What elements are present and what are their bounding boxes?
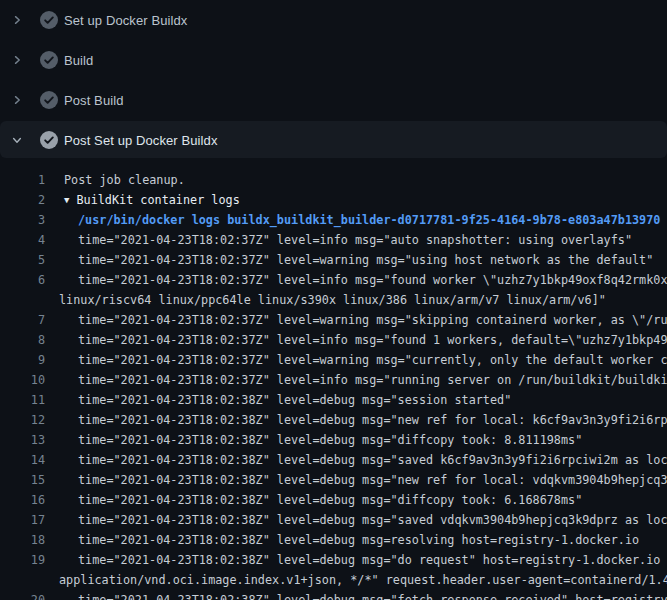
- log-text: application/vnd.oci.image.index.v1+json,…: [45, 570, 667, 590]
- log-text: time="2021-04-23T18:02:37Z" level=info m…: [45, 330, 667, 350]
- log-line: 20time="2021-04-23T18:02:38Z" level=debu…: [0, 590, 667, 600]
- log-line-wrap: application/vnd.oci.image.index.v1+json,…: [0, 570, 667, 590]
- log-line: 9time="2021-04-23T18:02:37Z" level=warni…: [0, 350, 667, 370]
- log-line-number: [0, 290, 45, 310]
- step-build[interactable]: Build: [0, 40, 667, 80]
- log-line: 12time="2021-04-23T18:02:38Z" level=debu…: [0, 410, 667, 430]
- chevron-right-icon: [10, 93, 24, 107]
- log-line-number: [0, 570, 45, 590]
- log-line: 2▼BuildKit container logs: [0, 190, 667, 210]
- log-line-number[interactable]: 19: [0, 550, 45, 570]
- log-line: 4time="2021-04-23T18:02:37Z" level=info …: [0, 230, 667, 250]
- log-text: time="2021-04-23T18:02:38Z" level=debug …: [45, 550, 667, 570]
- log-line: 5time="2021-04-23T18:02:37Z" level=warni…: [0, 250, 667, 270]
- log-line-number[interactable]: 11: [0, 390, 45, 410]
- log-line: 8time="2021-04-23T18:02:37Z" level=info …: [0, 330, 667, 350]
- log-text: Post job cleanup.: [45, 170, 185, 190]
- log-text: time="2021-04-23T18:02:37Z" level=warnin…: [45, 350, 667, 370]
- log-line-number[interactable]: 9: [0, 350, 45, 370]
- step-title: Build: [64, 53, 93, 68]
- log-line: 11time="2021-04-23T18:02:38Z" level=debu…: [0, 390, 667, 410]
- log-text: time="2021-04-23T18:02:37Z" level=info m…: [45, 230, 632, 250]
- log-text: time="2021-04-23T18:02:38Z" level=debug …: [45, 410, 667, 430]
- check-circle-icon: [40, 131, 58, 149]
- log-line: 19time="2021-04-23T18:02:38Z" level=debu…: [0, 550, 667, 570]
- log-line: 18time="2021-04-23T18:02:38Z" level=debu…: [0, 530, 667, 550]
- log-line: 1Post job cleanup.: [0, 170, 667, 190]
- log-line: 13time="2021-04-23T18:02:38Z" level=debu…: [0, 430, 667, 450]
- log-text: time="2021-04-23T18:02:37Z" level=warnin…: [45, 250, 653, 270]
- log-text: time="2021-04-23T18:02:37Z" level=warnin…: [45, 310, 667, 330]
- check-circle-icon: [40, 11, 58, 29]
- log-text: time="2021-04-23T18:02:38Z" level=debug …: [45, 470, 667, 490]
- log-text: time="2021-04-23T18:02:38Z" level=debug …: [45, 510, 667, 530]
- log-text: time="2021-04-23T18:02:38Z" level=debug …: [45, 530, 639, 550]
- log-group-label: BuildKit container logs: [76, 193, 239, 207]
- log-text: time="2021-04-23T18:02:38Z" level=debug …: [45, 450, 667, 470]
- step-post-build[interactable]: Post Build: [0, 80, 667, 120]
- log-line-number[interactable]: 20: [0, 590, 45, 600]
- log-line-number[interactable]: 2: [0, 190, 45, 210]
- log-text: time="2021-04-23T18:02:37Z" level=info m…: [45, 270, 667, 290]
- log-text: linux/riscv64 linux/ppc64le linux/s390x …: [45, 290, 606, 310]
- log-group-toggle[interactable]: ▼BuildKit container logs: [45, 190, 240, 210]
- log-line-number[interactable]: 8: [0, 330, 45, 350]
- log-line-number[interactable]: 3: [0, 210, 45, 230]
- check-circle-icon: [40, 91, 58, 109]
- collapse-triangle-icon: ▼: [64, 190, 76, 210]
- log-line: 3/usr/bin/docker logs buildx_buildkit_bu…: [0, 210, 667, 230]
- log-line-number[interactable]: 1: [0, 170, 45, 190]
- chevron-right-icon: [10, 13, 24, 27]
- log-line-number[interactable]: 14: [0, 450, 45, 470]
- log-line: 15time="2021-04-23T18:02:38Z" level=debu…: [0, 470, 667, 490]
- log-line-number[interactable]: 18: [0, 530, 45, 550]
- steps-list: Set up Docker Buildx Build Post Build Po…: [0, 0, 667, 160]
- log-line: 10time="2021-04-23T18:02:37Z" level=info…: [0, 370, 667, 390]
- log-line-number[interactable]: 15: [0, 470, 45, 490]
- log-viewer: 1Post job cleanup.2▼BuildKit container l…: [0, 160, 667, 600]
- log-line-number[interactable]: 5: [0, 250, 45, 270]
- log-command-text: /usr/bin/docker logs buildx_buildkit_bui…: [45, 210, 660, 230]
- log-line-number[interactable]: 6: [0, 270, 45, 290]
- step-title: Post Build: [64, 93, 124, 108]
- log-line-number[interactable]: 4: [0, 230, 45, 250]
- check-circle-icon: [40, 51, 58, 69]
- chevron-right-icon: [10, 53, 24, 67]
- log-line-number[interactable]: 17: [0, 510, 45, 530]
- log-line-number[interactable]: 13: [0, 430, 45, 450]
- log-line: 16time="2021-04-23T18:02:38Z" level=debu…: [0, 490, 667, 510]
- log-line-number[interactable]: 7: [0, 310, 45, 330]
- log-line: 7time="2021-04-23T18:02:37Z" level=warni…: [0, 310, 667, 330]
- log-text: time="2021-04-23T18:02:38Z" level=debug …: [45, 490, 582, 510]
- log-text: time="2021-04-23T18:02:38Z" level=debug …: [45, 390, 511, 410]
- step-post-set-up-docker-buildx[interactable]: Post Set up Docker Buildx: [0, 120, 667, 160]
- step-set-up-docker-buildx[interactable]: Set up Docker Buildx: [0, 0, 667, 40]
- log-line-wrap: linux/riscv64 linux/ppc64le linux/s390x …: [0, 290, 667, 310]
- log-line: 6time="2021-04-23T18:02:37Z" level=info …: [0, 270, 667, 290]
- chevron-down-icon: [10, 133, 24, 147]
- log-text: time="2021-04-23T18:02:38Z" level=debug …: [45, 430, 582, 450]
- log-text: time="2021-04-23T18:02:37Z" level=info m…: [45, 370, 667, 390]
- step-title: Set up Docker Buildx: [64, 13, 187, 28]
- log-line-number[interactable]: 10: [0, 370, 45, 390]
- log-line: 17time="2021-04-23T18:02:38Z" level=debu…: [0, 510, 667, 530]
- log-line: 14time="2021-04-23T18:02:38Z" level=debu…: [0, 450, 667, 470]
- log-line-number[interactable]: 12: [0, 410, 45, 430]
- step-title: Post Set up Docker Buildx: [64, 133, 218, 148]
- log-text: time="2021-04-23T18:02:38Z" level=debug …: [45, 590, 667, 600]
- log-line-number[interactable]: 16: [0, 490, 45, 510]
